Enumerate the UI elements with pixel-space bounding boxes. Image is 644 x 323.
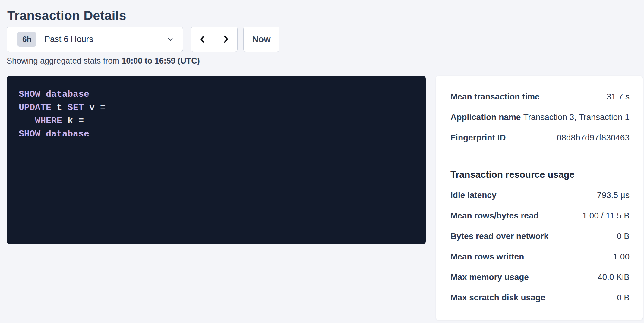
stat-value: 1.00 / 11.5 B [582, 211, 630, 221]
details-card: Mean transaction time31.7 sApplication n… [436, 76, 643, 320]
stat-label: Fingerprint ID [450, 133, 506, 143]
time-step-button-group [191, 27, 238, 52]
stat-row: Mean rows/bytes read1.00 / 11.5 B [450, 205, 630, 226]
stat-row: Fingerprint ID08d8b7d97f830463 [450, 127, 630, 148]
stat-value: 08d8b7d97f830463 [557, 133, 630, 143]
stat-value: 31.7 s [607, 92, 630, 102]
sql-line: WHERE k = _ [19, 114, 414, 127]
time-range-select[interactable]: 6h Past 6 Hours [7, 27, 183, 52]
stat-row: Max scratch disk usage0 B [450, 287, 630, 308]
main-content: SHOW databaseUPDATE t SET v = _ WHERE k … [7, 76, 644, 320]
stat-label: Application name [450, 112, 521, 122]
page-title: Transaction Details [7, 8, 644, 23]
caption-text: Showing aggregated stats from [7, 56, 122, 65]
sql-line: SHOW database [19, 127, 414, 141]
stat-row: Idle latency793.5 µs [450, 185, 630, 205]
stat-label: Max memory usage [450, 272, 529, 282]
time-controls: 6h Past 6 Hours Now [7, 27, 644, 52]
resource-usage-heading: Transaction resource usage [450, 165, 630, 185]
stat-value: Transaction 3, Transaction 1 [523, 112, 630, 122]
stat-value: 793.5 µs [597, 190, 630, 200]
time-range-label: Past 6 Hours [44, 34, 166, 44]
stat-row: Bytes read over network0 B [450, 226, 630, 246]
next-time-button[interactable] [214, 27, 238, 52]
stat-row: Mean transaction time31.7 s [450, 86, 630, 107]
stat-row: Mean rows written1.00 [450, 246, 630, 267]
stat-label: Mean transaction time [450, 92, 540, 102]
stat-label: Bytes read over network [450, 231, 548, 241]
stat-value: 40.0 KiB [598, 272, 630, 282]
card-divider [450, 156, 630, 156]
stat-value: 0 B [617, 231, 630, 241]
now-button[interactable]: Now [243, 27, 279, 52]
stat-row: Max memory usage40.0 KiB [450, 267, 630, 287]
summary-rows: Mean transaction time31.7 sApplication n… [450, 86, 630, 148]
stat-value: 1.00 [613, 252, 630, 262]
time-range-badge: 6h [17, 32, 36, 47]
chevron-left-icon [198, 35, 207, 44]
stat-label: Mean rows written [450, 252, 524, 262]
chevron-right-icon [221, 35, 230, 44]
stat-value: 0 B [617, 293, 630, 303]
caption-time-range: 10:00 to 16:59 (UTC) [122, 56, 200, 65]
resource-rows: Idle latency793.5 µsMean rows/bytes read… [450, 185, 630, 308]
chevron-down-icon [166, 35, 174, 43]
sql-statement-box: SHOW databaseUPDATE t SET v = _ WHERE k … [7, 76, 426, 244]
stat-label: Mean rows/bytes read [450, 211, 539, 221]
prev-time-button[interactable] [191, 27, 214, 52]
stats-caption: Showing aggregated stats from 10:00 to 1… [7, 56, 644, 66]
stat-row: Application nameTransaction 3, Transacti… [450, 107, 630, 127]
stat-label: Max scratch disk usage [450, 293, 545, 303]
transaction-details-page: Transaction Details 6h Past 6 Hours Now … [0, 0, 644, 320]
stat-label: Idle latency [450, 190, 497, 200]
sql-line: UPDATE t SET v = _ [19, 101, 414, 114]
sql-line: SHOW database [19, 88, 414, 101]
